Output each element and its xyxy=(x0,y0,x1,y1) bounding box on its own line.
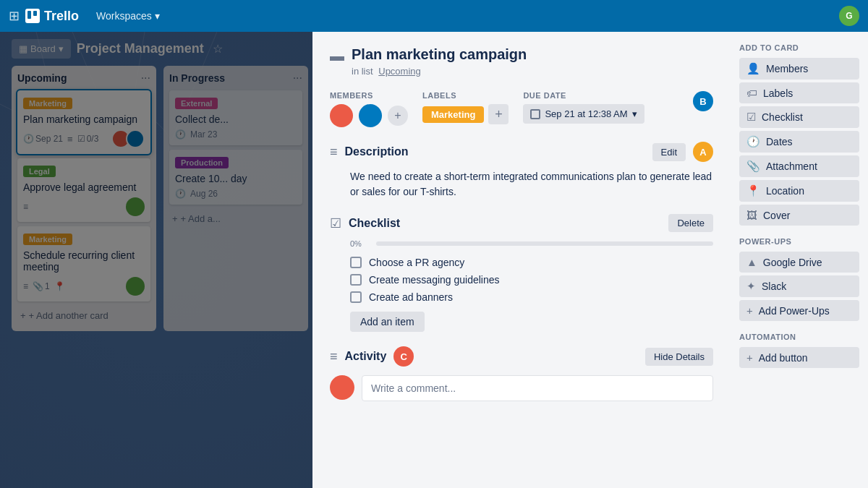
board-area: ▦ Board ▾ Project Management ☆ Upcoming … xyxy=(0,32,868,488)
meta-members: MEMBERS + xyxy=(330,91,408,127)
meta-due-date: DUE DATE Sep 21 at 12:38 AM ▾ xyxy=(523,91,644,124)
attachment-sidebar-icon: 📎 xyxy=(746,160,760,173)
meta-labels: LABELS Marketing + xyxy=(422,91,509,124)
labels-list: Marketing + xyxy=(422,104,509,124)
cover-icon: 🖼 xyxy=(746,209,757,221)
sidebar-add-power-ups-button[interactable]: + Add Power-Ups xyxy=(739,300,859,321)
sidebar-dates-button[interactable]: 🕐 Dates xyxy=(739,131,859,153)
plus-icon: + xyxy=(746,304,753,317)
workspaces-button[interactable]: Workspaces ▾ xyxy=(90,6,166,26)
marketing-label[interactable]: Marketing xyxy=(422,106,484,123)
checklist-checkbox-1[interactable] xyxy=(350,257,362,268)
add-label-button[interactable]: + xyxy=(488,104,509,124)
modal-list-ref: in list Upcoming xyxy=(352,66,527,77)
description-edit-button[interactable]: Edit xyxy=(652,143,686,161)
description-icon-main: ≡ xyxy=(330,145,338,160)
checklist-item-3[interactable]: Create ad banners xyxy=(330,288,713,306)
checklist-icon-main: ☑ xyxy=(330,215,341,231)
modal-main: ▬ Plan marketing campaign in list Upcomi… xyxy=(312,32,731,488)
progress-bar-background xyxy=(376,241,713,246)
add-member-button[interactable]: + xyxy=(388,106,408,126)
card-modal: ▬ Plan marketing campaign in list Upcomi… xyxy=(312,32,868,488)
checklist-item-1[interactable]: Choose a PR agency xyxy=(330,254,713,271)
comment-avatar xyxy=(330,375,354,400)
description-header: ≡ Description Edit A xyxy=(330,142,713,162)
checklist-checkbox-3[interactable] xyxy=(350,291,362,303)
sidebar-labels-button[interactable]: 🏷 Labels xyxy=(739,82,859,103)
sidebar-cover-button[interactable]: 🖼 Cover xyxy=(739,205,859,226)
svg-rect-2 xyxy=(33,11,37,16)
checklist-delete-button[interactable]: Delete xyxy=(668,214,713,232)
clock-sidebar-icon: 🕐 xyxy=(746,135,760,148)
modal-header: ▬ Plan marketing campaign in list Upcomi… xyxy=(330,46,713,88)
description-section: ≡ Description Edit A We need to create a… xyxy=(330,142,713,200)
checklist-progress: 0% xyxy=(330,239,713,248)
list-link[interactable]: Upcoming xyxy=(378,66,421,77)
tag-icon: 🏷 xyxy=(746,87,757,99)
modal-sidebar: ADD TO CARD 👤 Members 🏷 Labels ☑ Checkli… xyxy=(731,32,868,488)
meta-row: MEMBERS + LABELS Marketing + xyxy=(330,91,713,127)
b-badge-container: B xyxy=(693,91,713,111)
activity-title: Activity xyxy=(345,350,387,363)
svg-rect-1 xyxy=(27,11,31,19)
location-sidebar-icon: 📍 xyxy=(746,184,760,197)
trello-name: Trello xyxy=(44,9,79,24)
sidebar-add-button-button[interactable]: + Add button xyxy=(739,347,859,368)
checklist-header: ☑ Checklist Delete xyxy=(330,214,713,232)
b-badge[interactable]: B xyxy=(693,91,713,111)
hide-details-button[interactable]: Hide Details xyxy=(645,348,713,366)
chevron-down-icon-date: ▾ xyxy=(632,108,637,119)
comment-input[interactable]: Write a comment... xyxy=(362,375,713,401)
checklist-checkbox-2[interactable] xyxy=(350,274,362,286)
sidebar-attachment-button[interactable]: 📎 Attachment xyxy=(739,155,859,177)
top-navigation: ⊞ Trello Workspaces ▾ G xyxy=(0,0,868,32)
chevron-down-icon: ▾ xyxy=(155,10,160,22)
activity-section: ≡ Activity C Hide Details Write a commen… xyxy=(330,346,713,401)
sidebar-members-button[interactable]: 👤 Members xyxy=(739,58,859,80)
c-badge: C xyxy=(393,346,414,367)
modal-title: Plan marketing campaign xyxy=(352,46,527,63)
members-list: + xyxy=(330,104,408,127)
description-text[interactable]: We need to create a short-term integrate… xyxy=(330,169,713,200)
sidebar-location-button[interactable]: 📍 Location xyxy=(739,180,859,202)
google-drive-icon: ▲ xyxy=(746,256,757,268)
automation-plus-icon: + xyxy=(746,351,753,364)
sidebar-slack-button[interactable]: ✦ Slack xyxy=(739,275,859,297)
members-icon: 👤 xyxy=(746,62,760,75)
member-avatar-1[interactable] xyxy=(330,104,353,127)
checklist-item-2[interactable]: Create messaging guidelines xyxy=(330,271,713,288)
activity-icon: ≡ xyxy=(330,349,338,364)
trello-logo: Trello xyxy=(25,9,79,24)
slack-icon: ✦ xyxy=(746,280,756,293)
due-date-button[interactable]: Sep 21 at 12:38 AM ▾ xyxy=(523,104,644,124)
user-avatar[interactable]: G xyxy=(839,6,859,26)
checklist-sidebar-icon: ☑ xyxy=(746,111,756,124)
member-avatar-2[interactable] xyxy=(359,104,382,127)
add-item-button[interactable]: Add an item xyxy=(350,312,425,332)
a-badge: A xyxy=(693,142,713,162)
due-date-checkbox xyxy=(530,109,540,119)
card-icon: ▬ xyxy=(330,48,344,64)
sidebar-checklist-button[interactable]: ☑ Checklist xyxy=(739,106,859,128)
main-area: ▦ Board ▾ Project Management ☆ Upcoming … xyxy=(0,32,868,488)
grid-icon[interactable]: ⊞ xyxy=(9,8,20,24)
activity-header: ≡ Activity C Hide Details xyxy=(330,346,713,367)
activity-comment-row: Write a comment... xyxy=(330,375,713,401)
sidebar-google-drive-button[interactable]: ▲ Google Drive xyxy=(739,252,859,273)
checklist-section: ☑ Checklist Delete 0% Choose a PR agency xyxy=(330,214,713,332)
